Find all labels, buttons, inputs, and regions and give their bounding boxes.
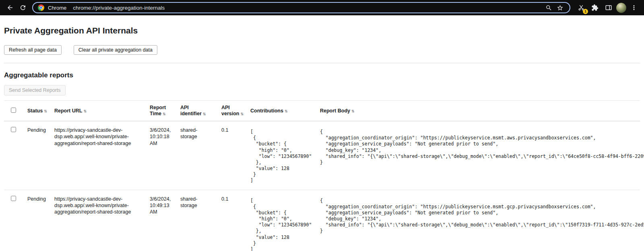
sort-icon: ⇅ [351,109,355,113]
puzzle-icon [591,4,599,11]
back-button[interactable] [4,2,16,14]
cell-api-version: 0.1 [221,121,250,190]
cell-api-identifier: shared-storage [180,190,221,251]
bookmark-button[interactable] [555,3,565,12]
col-contributions-label: Contributions [250,108,283,114]
menu-button[interactable] [628,2,640,14]
col-status-label: Status [27,108,43,114]
cell-report-body: { "aggregation_coordinator_origin": "htt… [320,190,640,251]
row-checkbox-cell [4,121,27,190]
sort-icon: ⇅ [240,112,244,116]
sort-icon: ⇅ [203,112,206,116]
notification-badge: 1 [583,9,588,14]
browser-toolbar: Chrome chrome://private-aggregation-inte… [0,0,644,15]
reports-table: Status⇅ Report URL⇅ Report Time⇅ API ide… [4,100,640,251]
reload-button[interactable] [17,2,29,14]
select-all-cell [4,101,27,121]
page-actions: Refresh all page data Clear all private … [4,45,640,55]
search-icon [545,4,552,11]
back-icon [6,4,14,11]
address-bar[interactable]: Chrome chrome://private-aggregation-inte… [32,2,570,13]
report-row: Pending https://privacy-sandcastle-dev-d… [4,190,640,251]
star-icon [557,4,564,11]
select-all-checkbox[interactable] [11,108,16,113]
section-heading: Aggregatable reports [4,71,640,79]
cell-contributions: [ { "bucket": { "high": "0", "low": "123… [250,190,320,251]
report-row: Pending https://privacy-sandcastle-dev-d… [4,121,640,190]
send-selected-reports-button[interactable]: Send Selected Reports [4,85,66,95]
col-report-url-label: Report URL [54,108,82,114]
page-content: Private Aggregation API Internals Refres… [0,26,644,251]
col-contributions[interactable]: Contributions⇅ [250,101,320,121]
profile-avatar[interactable] [616,3,626,13]
col-api-version-label: API version [221,105,239,116]
row-checkbox[interactable] [11,196,16,201]
row-checkbox[interactable] [11,127,16,132]
col-status[interactable]: Status⇅ [27,101,54,121]
toolbar-actions: 1 [575,2,640,14]
divider [4,63,640,63]
clear-all-button[interactable]: Clear all private aggregation data [74,45,157,55]
chrome-logo-icon [38,4,44,11]
col-report-url[interactable]: Report URL⇅ [54,101,150,121]
col-report-time[interactable]: Report Time⇅ [150,101,180,121]
col-api-version[interactable]: API version⇅ [221,101,250,121]
chrome-chip-label: Chrome [48,5,66,11]
cell-report-time: 3/6/2024, 10:49:13 AM [150,190,180,251]
extension-action-button[interactable]: 1 [575,2,587,14]
col-report-body-label: Report Body [320,108,350,114]
cell-status: Pending [27,121,54,190]
zoom-button[interactable] [544,3,553,12]
table-header-row: Status⇅ Report URL⇅ Report Time⇅ API ide… [4,101,640,121]
url-text[interactable]: chrome://private-aggregation-internals [73,5,544,11]
side-panel-button[interactable] [603,2,615,14]
page-title: Private Aggregation API Internals [4,26,640,35]
cell-api-identifier: shared-storage [180,121,221,190]
extensions-button[interactable] [589,2,601,14]
cell-report-body: { "aggregation_coordinator_origin": "htt… [320,121,640,190]
cell-report-url: https://privacy-sandcastle-dev-dsp.web.a… [54,121,150,190]
three-dot-menu-icon [630,4,638,11]
sort-icon: ⇅ [285,109,288,113]
row-checkbox-cell [4,190,27,251]
reload-icon [19,4,27,11]
cell-contributions: [ { "bucket": { "high": "0", "low": "123… [250,121,320,190]
side-panel-icon [605,4,612,11]
refresh-all-button[interactable]: Refresh all page data [4,45,62,55]
cell-report-url: https://privacy-sandcastle-dev-dsp.web.a… [54,190,150,251]
sort-icon: ⇅ [163,112,166,116]
cell-status: Pending [27,190,54,251]
col-api-identifier[interactable]: API identifier⇅ [180,101,221,121]
sort-icon: ⇅ [83,109,87,113]
cell-api-version: 0.1 [221,190,250,251]
col-api-identifier-label: API identifier [180,105,202,116]
sort-icon: ⇅ [44,109,47,113]
col-report-body[interactable]: Report Body⇅ [320,101,640,121]
cell-report-time: 3/6/2024, 10:10:18 AM [150,121,180,190]
